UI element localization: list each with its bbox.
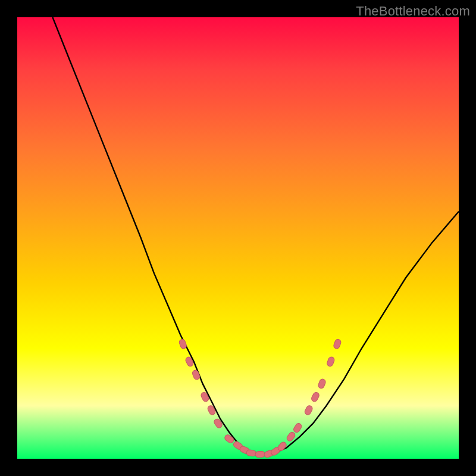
- bottleneck-curve: [52, 17, 459, 455]
- curve-marker: [311, 392, 320, 403]
- curve-marker: [178, 339, 187, 349]
- curve-markers: [178, 339, 342, 459]
- curve-marker: [333, 339, 342, 349]
- curve-marker: [304, 405, 314, 416]
- curve-marker: [224, 434, 235, 444]
- curve-marker: [213, 418, 223, 429]
- curve-marker: [326, 356, 335, 367]
- curve-marker: [200, 392, 209, 403]
- curve-marker: [255, 451, 265, 458]
- curve-plot: [17, 17, 459, 459]
- curve-marker: [293, 422, 303, 434]
- curve-marker: [192, 369, 201, 381]
- curve-marker: [246, 449, 256, 456]
- curve-marker: [317, 378, 326, 390]
- curve-marker: [184, 356, 194, 367]
- curve-marker: [206, 405, 216, 416]
